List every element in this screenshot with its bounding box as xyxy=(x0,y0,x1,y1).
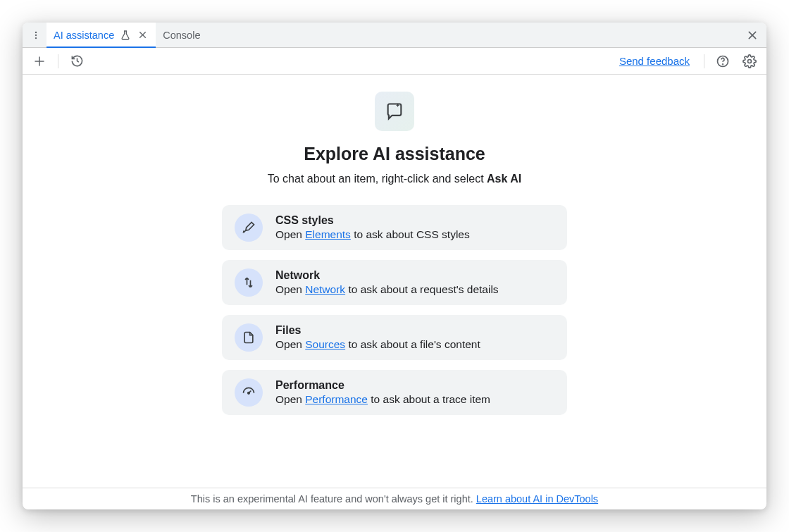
card-css-styles: CSS styles Open Elements to ask about CS… xyxy=(222,205,567,250)
card-title: Performance xyxy=(275,379,554,392)
kebab-icon xyxy=(31,30,41,40)
file-icon xyxy=(235,323,263,352)
send-feedback-link[interactable]: Send feedback xyxy=(619,55,690,67)
elements-link[interactable]: Elements xyxy=(305,228,351,240)
flask-icon xyxy=(120,30,131,41)
plus-icon xyxy=(33,55,46,68)
tab-label: Console xyxy=(163,30,200,41)
card-desc: Open Sources to ask about a file's conte… xyxy=(275,338,554,351)
tab-console[interactable]: Console xyxy=(156,23,207,47)
hero-title: Explore AI assistance xyxy=(304,144,485,164)
devtools-panel: AI assistance Console Send feedback xyxy=(23,23,766,509)
history-button[interactable] xyxy=(67,51,87,71)
settings-button[interactable] xyxy=(740,51,759,71)
gear-icon xyxy=(743,54,757,68)
gauge-icon xyxy=(235,378,263,407)
card-desc: Open Network to ask about a request's de… xyxy=(275,283,554,296)
new-chat-button[interactable] xyxy=(30,51,49,71)
card-title: Network xyxy=(275,269,554,282)
hero-subtitle: To chat about an item, right-click and s… xyxy=(268,173,521,185)
svg-point-0 xyxy=(35,31,37,32)
help-icon xyxy=(716,54,730,68)
brush-icon xyxy=(235,214,263,242)
performance-link[interactable]: Performance xyxy=(305,393,368,405)
svg-point-1 xyxy=(35,34,37,35)
tabbar-menu-button[interactable] xyxy=(25,23,46,47)
network-icon xyxy=(235,268,263,297)
cards-list: CSS styles Open Elements to ask about CS… xyxy=(222,205,567,415)
tabbar: AI assistance Console xyxy=(23,23,766,48)
toolbar: Send feedback xyxy=(23,48,766,75)
tab-label: AI assistance xyxy=(54,30,114,41)
card-performance: Performance Open Performance to ask abou… xyxy=(222,370,567,415)
close-icon xyxy=(138,30,147,39)
ai-chat-icon xyxy=(385,101,404,121)
footer-text: This is an experimental AI feature and w… xyxy=(191,493,476,505)
card-desc: Open Elements to ask about CSS styles xyxy=(275,228,554,241)
close-icon xyxy=(747,30,758,41)
tab-close-button[interactable] xyxy=(137,30,149,39)
svg-point-5 xyxy=(748,59,752,63)
svg-point-6 xyxy=(248,392,250,395)
divider xyxy=(704,54,704,68)
card-title: Files xyxy=(275,324,554,337)
hero-icon xyxy=(375,92,414,131)
learn-more-link[interactable]: Learn about AI in DevTools xyxy=(476,493,598,505)
divider xyxy=(58,54,58,68)
svg-point-2 xyxy=(35,37,37,38)
sources-link[interactable]: Sources xyxy=(305,338,345,350)
history-icon xyxy=(70,54,84,68)
card-network: Network Open Network to ask about a requ… xyxy=(222,260,567,305)
svg-point-4 xyxy=(723,63,723,64)
network-link[interactable]: Network xyxy=(305,283,345,295)
tab-ai-assistance[interactable]: AI assistance xyxy=(46,23,156,47)
content-area: Explore AI assistance To chat about an i… xyxy=(23,75,766,488)
card-files: Files Open Sources to ask about a file's… xyxy=(222,315,567,360)
footer: This is an experimental AI feature and w… xyxy=(23,488,766,509)
card-desc: Open Performance to ask about a trace it… xyxy=(275,393,554,406)
card-title: CSS styles xyxy=(275,214,554,227)
panel-close-button[interactable] xyxy=(738,23,766,47)
help-button[interactable] xyxy=(713,51,733,71)
